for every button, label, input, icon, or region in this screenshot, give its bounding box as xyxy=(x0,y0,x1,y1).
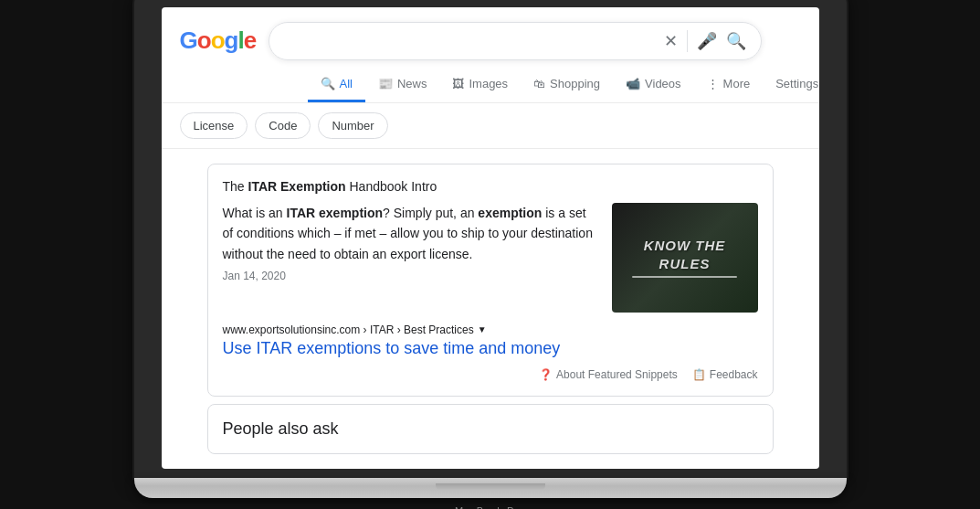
chip-license[interactable]: License xyxy=(180,112,248,139)
videos-icon: 📹 xyxy=(626,77,640,90)
nav-item-shopping[interactable]: 🛍 Shopping xyxy=(521,68,613,102)
laptop-wrapper: Google itar exemptions ✕ 🎤 🔍 xyxy=(134,0,847,509)
laptop-notch xyxy=(436,483,545,491)
feedback-label: Feedback xyxy=(710,368,758,381)
shopping-icon: 🛍 xyxy=(533,77,545,90)
filter-row: License Code Number xyxy=(162,103,819,149)
laptop-screen: Google itar exemptions ✕ 🎤 🔍 xyxy=(162,7,819,469)
search-bar: itar exemptions ✕ 🎤 🔍 xyxy=(269,22,762,60)
settings-label: Settings xyxy=(775,77,818,90)
chalkboard: KNOW THE RULES xyxy=(612,203,758,313)
nav-label-news: News xyxy=(397,77,427,90)
nav-label-images: Images xyxy=(469,77,508,90)
text-bold1: ITAR exemption xyxy=(287,206,384,220)
nav-label-shopping: Shopping xyxy=(550,77,600,90)
logo-e: e xyxy=(244,27,256,55)
source-dropdown-icon[interactable]: ▼ xyxy=(478,324,487,334)
google-page: Google itar exemptions ✕ 🎤 🔍 xyxy=(162,7,819,469)
nav-item-more[interactable]: ⋮ More xyxy=(694,68,764,102)
more-icon: ⋮ xyxy=(707,77,719,90)
featured-snippet-card: The ITAR Exemption Handbook Intro What i… xyxy=(207,164,774,397)
mic-icon[interactable]: 🎤 xyxy=(697,31,717,51)
nav-item-all[interactable]: 🔍 All xyxy=(308,68,365,102)
snippet-body: What is an ITAR exemption? Simply put, a… xyxy=(223,203,758,313)
source-link[interactable]: Use ITAR exemptions to save time and mon… xyxy=(223,338,758,359)
screen-bezel: Google itar exemptions ✕ 🎤 🔍 xyxy=(134,0,847,478)
logo-o1: o xyxy=(197,27,211,55)
feedback-link[interactable]: 📋 Feedback xyxy=(692,368,758,381)
snippet-footer: ❓ About Featured Snippets 📋 Feedback xyxy=(223,368,758,381)
chalkboard-line2: RULES xyxy=(659,255,711,273)
nav-item-videos[interactable]: 📹 Videos xyxy=(613,68,694,102)
all-icon: 🔍 xyxy=(321,77,335,90)
search-actions: ✕ 🎤 🔍 xyxy=(664,30,746,52)
logo-o2: o xyxy=(211,27,225,55)
google-header: Google itar exemptions ✕ 🎤 🔍 xyxy=(162,7,819,60)
search-input[interactable]: itar exemptions xyxy=(284,33,664,49)
nav-item-images[interactable]: 🖼 Images xyxy=(439,68,521,102)
snippet-image: KNOW THE RULES xyxy=(612,203,758,313)
nav-item-news[interactable]: 📰 News xyxy=(365,68,440,102)
source-url: www.exportsolutionsinc.com › ITAR › Best… xyxy=(223,323,758,336)
text-bold2: exemption xyxy=(478,206,542,220)
about-snippets-link[interactable]: ❓ About Featured Snippets xyxy=(539,368,678,381)
search-nav: 🔍 All 📰 News 🖼 Images 🛍 Shopping xyxy=(162,60,819,103)
snippet-title-prefix: The xyxy=(223,179,248,194)
nav-settings-group: Settings Tools xyxy=(763,68,818,102)
source-url-text: www.exportsolutionsinc.com › ITAR › Best… xyxy=(223,323,474,336)
chip-code[interactable]: Code xyxy=(255,112,311,139)
laptop-base xyxy=(134,478,847,498)
google-logo: Google xyxy=(180,27,257,55)
nav-label-more: More xyxy=(723,77,751,90)
snippet-title: The ITAR Exemption Handbook Intro xyxy=(223,179,758,194)
nav-item-settings[interactable]: Settings xyxy=(763,68,818,102)
divider xyxy=(687,30,688,52)
question-icon: ❓ xyxy=(539,368,553,381)
clear-icon[interactable]: ✕ xyxy=(664,31,678,51)
snippet-title-suffix: Handbook Intro xyxy=(346,179,437,194)
news-icon: 📰 xyxy=(378,77,393,90)
images-icon: 🖼 xyxy=(452,77,464,90)
snippet-date: Jan 14, 2020 xyxy=(223,268,597,285)
results-area: The ITAR Exemption Handbook Intro What i… xyxy=(162,149,819,469)
chalkboard-line1: KNOW THE xyxy=(644,237,726,255)
logo-g2: g xyxy=(225,27,238,55)
search-icon[interactable]: 🔍 xyxy=(726,31,746,51)
snippet-title-bold: ITAR Exemption xyxy=(248,179,346,194)
chip-number[interactable]: Number xyxy=(318,112,387,139)
macbook-label: MacBook Pro xyxy=(455,505,525,509)
about-snippets-label: About Featured Snippets xyxy=(556,368,678,381)
nav-label-all: All xyxy=(340,77,353,90)
snippet-text-block: What is an ITAR exemption? Simply put, a… xyxy=(223,203,597,313)
feedback-icon: 📋 xyxy=(692,368,706,381)
people-ask-title: People also ask xyxy=(223,419,758,439)
logo-g: G xyxy=(180,27,197,55)
nav-label-videos: Videos xyxy=(645,77,681,90)
snippet-source: www.exportsolutionsinc.com › ITAR › Best… xyxy=(223,323,758,359)
text-middle1: ? Simply put, an xyxy=(383,206,478,220)
chalkboard-underline xyxy=(632,276,737,278)
text-prefix: What is an xyxy=(223,206,287,220)
people-also-ask-card: People also ask xyxy=(207,404,774,454)
